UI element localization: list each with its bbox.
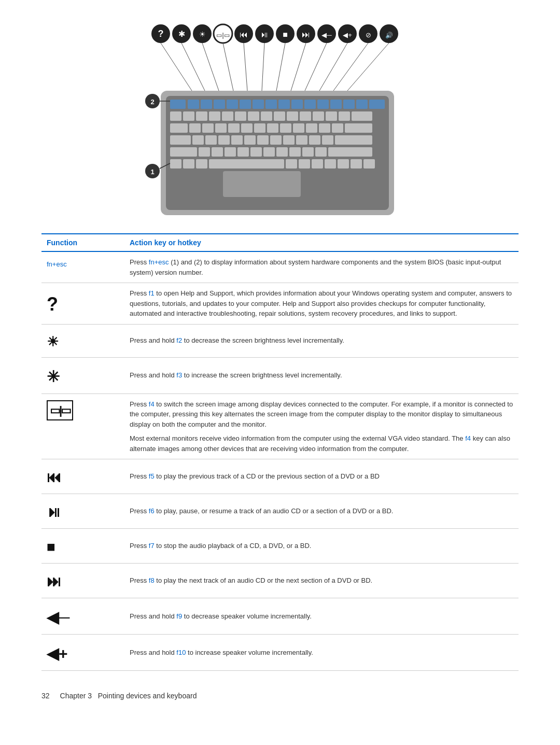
svg-line-27	[223, 43, 233, 91]
svg-rect-69	[170, 123, 188, 133]
svg-rect-64	[300, 111, 311, 121]
svg-rect-54	[170, 111, 181, 121]
svg-rect-50	[330, 100, 342, 109]
svg-rect-116	[338, 159, 349, 168]
func-f4: ▭|▭	[41, 393, 124, 459]
svg-text:⏯: ⏯	[260, 30, 269, 39]
table-row: fn+esc Press fn+esc (1) and (2) to displ…	[41, 251, 519, 283]
svg-rect-97	[199, 147, 210, 157]
svg-rect-46	[278, 100, 290, 109]
action-f8: Press f8 to play the next track of an au…	[124, 564, 519, 598]
svg-rect-45	[265, 100, 277, 109]
table-header-action: Action key or hotkey	[124, 234, 519, 251]
func-f5: ⏮	[41, 459, 124, 494]
svg-rect-96	[170, 147, 197, 157]
svg-rect-91	[283, 135, 295, 145]
svg-rect-119	[223, 171, 301, 197]
table-row: ⏮ Press f5 to play the previous track of…	[41, 459, 519, 494]
svg-line-28	[244, 43, 247, 91]
table-row: ■ Press f7 to stop the audio playback of…	[41, 529, 519, 564]
func-f2: ☀	[41, 324, 124, 357]
svg-rect-47	[291, 100, 303, 109]
svg-text:2: 2	[150, 98, 154, 106]
svg-rect-95	[335, 135, 372, 145]
svg-line-24	[161, 43, 192, 91]
table-row: ◀─ Press and hold f9 to decrease speaker…	[41, 598, 519, 635]
svg-text:1: 1	[150, 168, 154, 176]
svg-rect-98	[212, 147, 223, 157]
action-f4: Press f4 to switch the screen image amon…	[124, 393, 519, 459]
svg-rect-84	[192, 135, 204, 145]
svg-rect-63	[287, 111, 298, 121]
func-f3: ✳	[41, 357, 124, 393]
svg-rect-43	[240, 100, 251, 109]
svg-rect-114	[312, 159, 323, 168]
svg-line-25	[181, 43, 205, 91]
svg-rect-104	[289, 147, 301, 157]
action-f1: Press f1 to open Help and Support, which…	[124, 283, 519, 325]
svg-text:✱: ✱	[178, 30, 185, 38]
svg-rect-94	[322, 135, 333, 145]
svg-rect-83	[170, 135, 191, 145]
svg-rect-103	[276, 147, 288, 157]
svg-rect-115	[325, 159, 336, 168]
svg-rect-81	[332, 123, 343, 133]
func-f9: ◀─	[41, 598, 124, 635]
svg-rect-68	[352, 111, 372, 121]
svg-rect-48	[304, 100, 316, 109]
svg-rect-89	[257, 135, 269, 145]
svg-text:▭|▭: ▭|▭	[216, 32, 229, 39]
svg-rect-70	[189, 123, 201, 133]
chapter-label: Chapter 3 Pointing devices and keyboard	[60, 692, 197, 700]
svg-line-29	[262, 43, 264, 91]
svg-rect-88	[244, 135, 256, 145]
svg-rect-67	[339, 111, 350, 121]
svg-rect-59	[235, 111, 246, 121]
svg-rect-66	[326, 111, 337, 121]
svg-rect-86	[218, 135, 230, 145]
function-key-table: Function Action key or hotkey fn+esc Pre…	[41, 233, 519, 671]
svg-text:⏭: ⏭	[302, 30, 310, 39]
action-fn-esc: Press fn+esc (1) and (2) to display info…	[124, 251, 519, 283]
svg-rect-75	[254, 123, 265, 133]
svg-rect-109	[183, 159, 194, 168]
svg-rect-79	[306, 123, 317, 133]
svg-rect-113	[299, 159, 310, 168]
func-f8: ⏭	[41, 564, 124, 598]
svg-text:⊘: ⊘	[366, 31, 371, 39]
table-header-function: Function	[41, 234, 124, 251]
keyboard-diagram: ? ✱ ☀ ▭|▭ ⏮ ⏯ ■ ⏭ ◀─ ◀+ ⊘ 🔊	[41, 16, 519, 223]
func-f7: ■	[41, 529, 124, 564]
svg-rect-71	[202, 123, 214, 133]
svg-rect-38	[170, 100, 186, 109]
svg-text:?: ?	[158, 29, 164, 39]
svg-rect-93	[309, 135, 320, 145]
func-f10: ◀+	[41, 635, 124, 671]
svg-rect-100	[237, 147, 249, 157]
table-row: ☀ Press and hold f2 to decrease the scre…	[41, 324, 519, 357]
svg-rect-62	[274, 111, 285, 121]
svg-rect-85	[205, 135, 217, 145]
svg-rect-55	[183, 111, 194, 121]
svg-rect-53	[369, 100, 385, 109]
table-row: ▭|▭ Press f4 to switch the screen image …	[41, 393, 519, 459]
svg-rect-42	[227, 100, 238, 109]
svg-rect-57	[209, 111, 220, 121]
action-f6: Press f6 to play, pause, or resume a tra…	[124, 494, 519, 529]
action-f9: Press and hold f9 to decrease speaker vo…	[124, 598, 519, 635]
svg-rect-49	[317, 100, 329, 109]
svg-rect-118	[363, 159, 375, 168]
svg-text:☀: ☀	[199, 30, 206, 38]
svg-line-26	[202, 43, 219, 91]
action-f10: Press and hold f10 to increase speaker v…	[124, 635, 519, 671]
svg-rect-117	[351, 159, 362, 168]
svg-rect-92	[296, 135, 307, 145]
svg-rect-82	[345, 123, 372, 133]
svg-rect-108	[170, 159, 181, 168]
table-row: ✳ Press and hold f3 to increase the scre…	[41, 357, 519, 393]
svg-line-30	[276, 43, 285, 91]
svg-text:🔊: 🔊	[385, 31, 393, 39]
svg-rect-106	[315, 147, 327, 157]
svg-rect-105	[302, 147, 314, 157]
page-number: 32	[41, 692, 50, 700]
